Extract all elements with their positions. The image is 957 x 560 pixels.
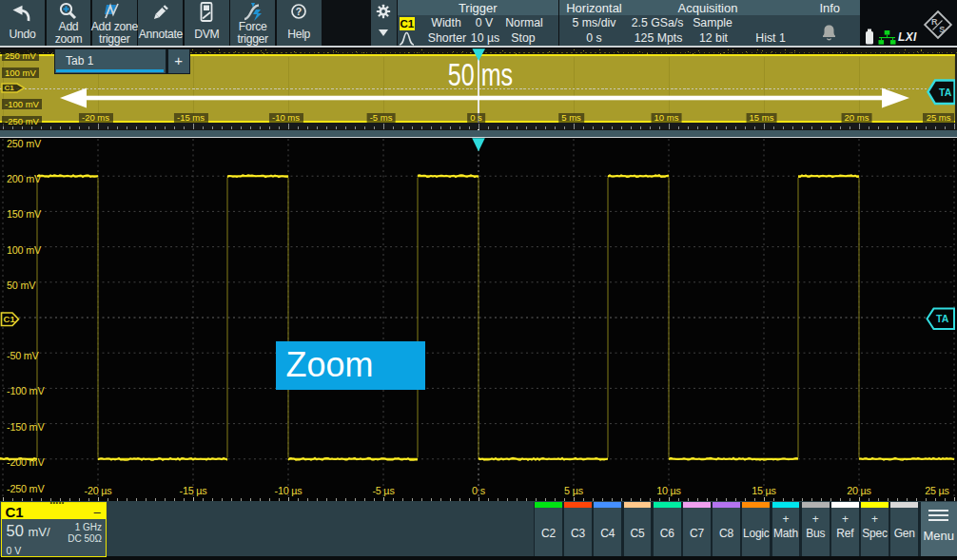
svg-text:TA: TA	[936, 313, 949, 324]
svg-text:S: S	[939, 25, 945, 34]
svg-text:TA: TA	[939, 87, 952, 98]
svg-text:C1: C1	[5, 84, 15, 92]
svg-text:?: ?	[296, 6, 302, 17]
svg-text:C1: C1	[4, 314, 16, 324]
